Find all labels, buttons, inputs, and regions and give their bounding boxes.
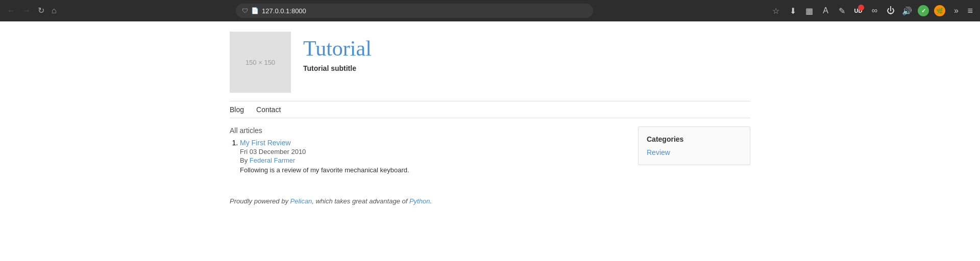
orange-avatar-circle: 🌿 <box>934 5 945 16</box>
address-bar-container: 🛡 📄 127.0.0.1:8000 <box>63 4 767 18</box>
page-content: 150 × 150 Tutorial Tutorial subtitle Blo… <box>0 21 980 261</box>
sidebar: Categories Review <box>638 126 750 165</box>
footer-text-end: . <box>430 197 432 205</box>
footer-python-link[interactable]: Python <box>409 197 430 205</box>
sidebar-categories-widget: Categories Review <box>638 126 750 165</box>
address-bar-text: 127.0.0.1:8000 <box>262 7 587 15</box>
avatar-orange[interactable]: 🌿 <box>933 4 947 18</box>
extension-infinity-icon[interactable]: ∞ <box>867 4 881 18</box>
browser-nav-buttons: ← → ↻ ⌂ <box>5 5 59 17</box>
browser-menu-button[interactable]: ≡ <box>965 4 975 18</box>
forward-button[interactable]: → <box>20 5 33 17</box>
sidebar-category-review[interactable]: Review <box>647 148 670 156</box>
bookmark-star-button[interactable]: ☆ <box>770 4 781 18</box>
article-date: Fri 03 December 2010 <box>240 148 618 155</box>
site-logo: 150 × 150 <box>230 32 291 93</box>
power-icon[interactable]: ⏻ <box>884 4 898 18</box>
author-link[interactable]: Federal Farmer <box>250 156 296 164</box>
article-title-link[interactable]: My First Review <box>240 139 291 147</box>
page-icon: 📄 <box>251 7 259 14</box>
more-extensions-button[interactable]: » <box>949 4 963 18</box>
site-nav: Blog Contact <box>230 101 750 118</box>
article-summary: Following is a review of my favorite mec… <box>240 166 618 174</box>
site-title: Tutorial <box>303 37 372 60</box>
nav-link-contact[interactable]: Contact <box>256 106 281 114</box>
site-footer: Proudly powered by Pelican, which takes … <box>230 189 618 205</box>
reload-button[interactable]: ↻ <box>36 5 46 17</box>
volume-icon[interactable]: 🔊 <box>900 4 914 18</box>
author-prefix: By <box>240 156 250 164</box>
main-content: All articles My First Review Fri 03 Dece… <box>230 126 618 205</box>
avatar-green[interactable]: ✓ <box>916 4 930 18</box>
site-title-block: Tutorial Tutorial subtitle <box>303 32 372 72</box>
nav-item-contact: Contact <box>256 106 281 114</box>
browser-chrome: ← → ↻ ⌂ 🛡 📄 127.0.0.1:8000 ☆ ⬇ ▦ A ✎ UD … <box>0 0 980 21</box>
download-icon[interactable]: ⬇ <box>786 4 800 18</box>
sidebar-categories-title: Categories <box>647 135 742 143</box>
bookmarks-icon[interactable]: ▦ <box>802 4 816 18</box>
footer-pelican-link[interactable]: Pelican <box>290 197 312 205</box>
list-item: My First Review Fri 03 December 2010 By … <box>240 139 618 174</box>
footer-text-before: Proudly powered by <box>230 197 290 205</box>
home-button[interactable]: ⌂ <box>50 5 59 17</box>
back-button[interactable]: ← <box>5 5 17 17</box>
article-author: By Federal Farmer <box>240 156 618 164</box>
all-articles-heading: All articles <box>230 126 618 135</box>
nav-link-blog[interactable]: Blog <box>230 106 244 114</box>
site-container: 150 × 150 Tutorial Tutorial subtitle Blo… <box>219 32 761 205</box>
article-list: My First Review Fri 03 December 2010 By … <box>230 139 618 174</box>
site-header: 150 × 150 Tutorial Tutorial subtitle <box>230 32 750 101</box>
extension-ud-icon[interactable]: UD <box>851 4 865 18</box>
edit-icon[interactable]: ✎ <box>835 4 849 18</box>
nav-links: Blog Contact <box>230 106 750 114</box>
address-bar[interactable]: 🛡 📄 127.0.0.1:8000 <box>236 4 593 18</box>
site-subtitle: Tutorial subtitle <box>303 64 372 72</box>
main-layout: All articles My First Review Fri 03 Dece… <box>230 126 750 205</box>
green-avatar-circle: ✓ <box>918 5 929 16</box>
browser-toolbar-right: ⬇ ▦ A ✎ UD ∞ ⏻ 🔊 ✓ 🌿 » ≡ <box>786 4 975 18</box>
extension-badge <box>858 5 864 11</box>
shield-icon: 🛡 <box>242 7 248 14</box>
nav-item-blog: Blog <box>230 106 244 114</box>
account-icon[interactable]: A <box>818 4 832 18</box>
footer-text-middle: , which takes great advantage of <box>312 197 409 205</box>
